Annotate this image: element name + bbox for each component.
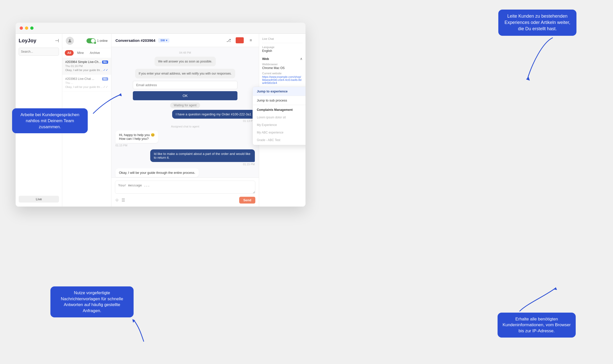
tab-mine[interactable]: Mine — [75, 50, 86, 56]
msg-row-user-2: Id like to make a complaint about a part… — [115, 149, 255, 166]
conv-item-badge-1: Me — [102, 60, 108, 64]
conv-item-time-1: Thu 01:16 PM — [65, 64, 108, 68]
msg-bubble-user-1: I have a question regarding my Order #10… — [172, 110, 255, 119]
dropdown-jump-sub-process[interactable]: Jump to sub process › — [253, 96, 305, 105]
chat-panel: Conversation #203964 SW ▾ ⎇ ≡ 04:48 PM W… — [111, 34, 259, 207]
svg-marker-3 — [132, 319, 135, 323]
msg-bubble-agent-1: Hi, happy to help you 😊How can I help yo… — [115, 130, 158, 143]
web-collapse-icon[interactable]: ∧ — [300, 57, 302, 61]
callout-info: Erhalte alle benötigten Kundeninformatio… — [498, 313, 576, 338]
sub-item-abc[interactable]: My ABC experience — [253, 129, 305, 136]
sidebar-collapse-icon[interactable]: ⊣ — [55, 38, 59, 44]
chat-title: Conversation #203964 — [115, 38, 155, 43]
arrow-top-right — [512, 33, 558, 83]
merge-icon[interactable]: ⎇ — [225, 36, 233, 44]
online-status-label: 1 online — [97, 39, 108, 43]
sidebar-logo: LoyJoy ⊣ — [19, 38, 59, 44]
tab-archive[interactable]: Archive — [87, 50, 102, 56]
msg-time-user-2: 01:15 PM — [243, 163, 255, 166]
msg-row-user-1: I have a question regarding my Order #10… — [115, 110, 255, 122]
arrow-templates — [124, 316, 154, 344]
msg-row-agent-2: Okay, I will be your guide through the e… — [115, 168, 255, 177]
msg-time-agent-1: 01:15 PM — [115, 144, 127, 147]
minimize-button[interactable] — [25, 26, 28, 30]
conv-item-time-2: Thu ... — [65, 81, 108, 84]
sub-item-grade[interactable]: Grade - ABC Test — [253, 136, 305, 144]
conv-item-1[interactable]: #203964 Simple Live-Chat ... Me Thu 01:1… — [62, 58, 111, 75]
title-bar — [16, 23, 305, 34]
live-chat-label: Live Chat — [262, 37, 302, 40]
chat-header-badge[interactable]: SW ▾ — [158, 38, 169, 43]
menu-icon[interactable]: ≡ — [247, 36, 255, 44]
agent-avatar — [66, 37, 74, 45]
online-toggle[interactable] — [86, 38, 96, 43]
emoji-icon[interactable]: ☺ — [115, 198, 119, 203]
sidebar-search-input[interactable] — [19, 48, 59, 56]
conv-item-badge-2: Me — [102, 77, 108, 81]
sidebar-live-badge: Live — [19, 196, 59, 203]
current-website-value: https://www.example.com/shop/8dwea4h5t0-… — [262, 75, 302, 84]
tab-all[interactable]: All — [65, 50, 74, 56]
dropdown-jump-experience[interactable]: Jump to experience › — [253, 87, 305, 96]
msg-bubble-agent-2: Okay, I will be your guide through the e… — [115, 168, 199, 177]
close-button[interactable] — [20, 26, 23, 30]
sub-item-experience[interactable]: My Experience — [253, 121, 305, 129]
send-button[interactable]: Send — [239, 197, 255, 204]
callout-team: Arbeite bei Kundengesprächen nahtlos mit… — [12, 108, 88, 133]
msg-bubble-user-2: Id like to make a complaint about a part… — [150, 149, 255, 162]
chat-header: Conversation #203964 SW ▾ ⎇ ≡ — [111, 34, 259, 47]
ok-button[interactable]: OK — [133, 91, 237, 100]
svg-marker-4 — [554, 287, 557, 290]
maximize-button[interactable] — [30, 26, 34, 30]
chat-messages: 04:48 PM We will answer you as soon as p… — [111, 47, 259, 177]
conv-item-title-2: #203963 Live-Chat ... — [65, 77, 102, 81]
dropdown-sub-list: Complaints Management Lorem ipsum dolor … — [253, 105, 305, 145]
traffic-lights — [20, 26, 34, 30]
callout-top-right: Leite Kunden zu bestehenden Experiences … — [498, 10, 576, 36]
chat-input-icons: ☺ ☰ — [115, 198, 125, 203]
arrow-info — [515, 283, 560, 314]
chat-input-footer: ☺ ☰ Send — [115, 197, 255, 204]
browser-field: Webbrowser Chrome Mac OS — [262, 63, 302, 70]
status-color-button[interactable] — [236, 37, 244, 43]
conv-item-title-1: #203964 Simple Live-Chat ... — [65, 60, 102, 64]
email-form: OK — [133, 81, 237, 100]
info-section-livechat: Live Chat Language English — [262, 37, 302, 53]
current-website-field: Current website https://www.example.com/… — [262, 72, 302, 84]
sub-item-complaints[interactable]: Complaints Management — [253, 106, 305, 114]
svg-marker-1 — [526, 77, 530, 81]
msg-automated-1: We will answer you as soon as possible. — [155, 57, 216, 66]
msg-row-agent-1: Hi, happy to help you 😊How can I help yo… — [115, 130, 255, 147]
status-toggle[interactable]: 1 online — [86, 38, 108, 43]
message-timestamp-start: 04:48 PM — [115, 51, 255, 54]
web-section-header: Web ∧ — [262, 57, 302, 61]
waiting-for-agent: Waiting for agent — [115, 103, 255, 107]
svg-point-0 — [69, 39, 71, 41]
chat-input-area: ☺ ☰ Send — [111, 177, 259, 207]
conv-tabs: All Mine Archive — [62, 48, 111, 58]
email-input[interactable] — [133, 81, 237, 89]
conv-item-2[interactable]: #203963 Live-Chat ... Me Thu ... Okay, I… — [62, 75, 111, 91]
msg-assigned: Assigned chat to agent — [115, 125, 255, 128]
message-input[interactable] — [115, 181, 255, 194]
callout-templates: Nutze vorgefertigte Nachrichtenvorlagen … — [50, 286, 134, 317]
conv-item-preview-2: Okay, I will be your guide thro... ✓✓ — [65, 85, 108, 89]
web-title: Web — [262, 57, 269, 61]
msg-automated-2: If you enter your email address, we will… — [135, 69, 235, 78]
conv-item-preview-1: Okay, I will be your guide thro... ✓✓ — [65, 68, 108, 72]
dropdown-menu: Jump to experience › Jump to sub process… — [253, 87, 305, 145]
template-icon[interactable]: ☰ — [121, 198, 125, 203]
language-field: Language English — [262, 46, 302, 53]
sub-item-lorem[interactable]: Lorem ipsum dolor sit — [253, 114, 305, 121]
conv-header: 1 online — [62, 34, 111, 48]
